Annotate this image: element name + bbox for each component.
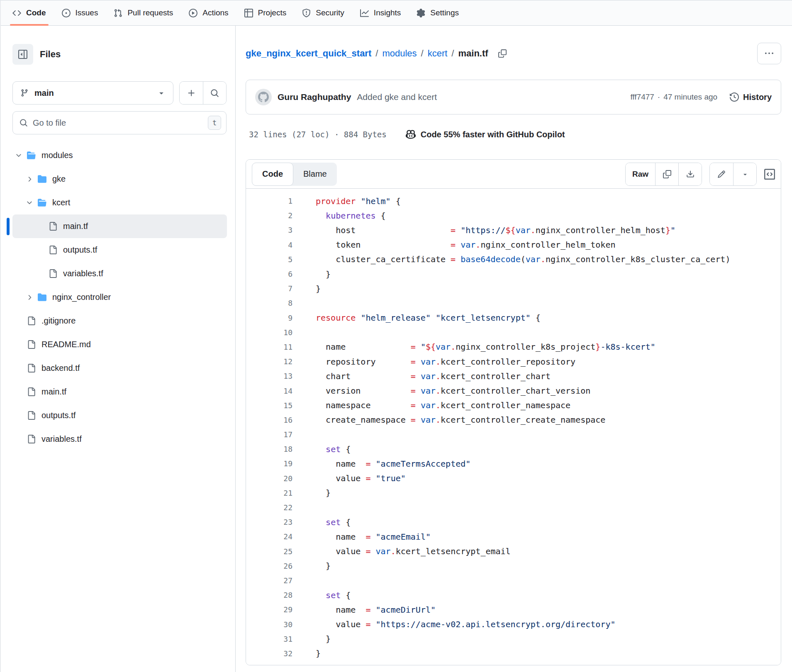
tab-settings[interactable]: Settings <box>411 0 465 25</box>
breadcrumb-repo-link[interactable]: gke_nginx_kcert_quick_start <box>246 48 371 59</box>
caret-icon <box>157 89 166 97</box>
tab-projects[interactable]: Projects <box>239 0 292 25</box>
raw-button[interactable]: Raw <box>626 163 655 185</box>
line-number[interactable]: 12 <box>246 357 292 366</box>
tab-pull-requests[interactable]: Pull requests <box>108 0 179 25</box>
code-line: 32} <box>246 646 781 661</box>
tab-code[interactable]: Code <box>7 0 52 25</box>
copilot-banner[interactable]: Code 55% faster with GitHub Copilot <box>406 129 565 139</box>
breadcrumb-link-kcert[interactable]: kcert <box>428 48 448 59</box>
file-tree-item-gke[interactable]: gke <box>12 167 227 191</box>
line-number[interactable]: 16 <box>246 416 292 424</box>
avatar[interactable] <box>255 89 272 105</box>
line-number[interactable]: 3 <box>246 226 292 234</box>
repo-tab-nav: CodeIssuesPull requestsActionsProjectsSe… <box>1 0 792 26</box>
file-tree-item-main.tf[interactable]: main.tf <box>12 214 227 238</box>
go-to-file-input[interactable] <box>33 118 203 128</box>
add-file-button[interactable] <box>180 82 203 104</box>
search-code-button[interactable] <box>203 82 226 104</box>
edit-button-group <box>709 163 757 186</box>
code-line-content: set { <box>292 517 351 527</box>
line-number[interactable]: 29 <box>246 605 292 614</box>
line-number[interactable]: 8 <box>246 299 292 307</box>
breadcrumb-link-modules[interactable]: modules <box>382 48 417 59</box>
tab-blame[interactable]: Blame <box>293 163 337 186</box>
branch-selector[interactable]: main <box>12 81 173 105</box>
line-number[interactable]: 21 <box>246 489 292 497</box>
line-number[interactable]: 7 <box>246 284 292 293</box>
tab-insights[interactable]: Insights <box>354 0 407 25</box>
collapse-sidebar-button[interactable] <box>12 44 33 65</box>
tab-issues[interactable]: Issues <box>56 0 104 25</box>
file-tree-item-modules[interactable]: modules <box>12 144 227 167</box>
tab-security[interactable]: Security <box>296 0 350 25</box>
line-number[interactable]: 1 <box>246 197 292 205</box>
more-options-button[interactable] <box>757 43 781 64</box>
tab-label: Issues <box>76 8 98 17</box>
line-number[interactable]: 25 <box>246 547 292 556</box>
line-number[interactable]: 32 <box>246 649 292 658</box>
line-number[interactable]: 2 <box>246 211 292 220</box>
line-number[interactable]: 23 <box>246 518 292 526</box>
code-content: 1provider "helm" {2 kubernetes {3 host =… <box>246 189 781 665</box>
file-tree-item-main.tf[interactable]: main.tf <box>12 380 227 404</box>
file-tree-item-outputs.tf[interactable]: outputs.tf <box>12 238 227 262</box>
file-icon-slot <box>46 222 59 231</box>
code-line: 12 repository = var.kcert_controller_rep… <box>246 354 781 369</box>
page-layout: Files main t modulesgkekcertmain.tfoutpu… <box>1 26 792 672</box>
line-number[interactable]: 5 <box>246 255 292 264</box>
line-number[interactable]: 17 <box>246 430 292 439</box>
commit-author[interactable]: Guru Raghupathy <box>278 92 351 102</box>
line-number[interactable]: 20 <box>246 474 292 483</box>
history-link[interactable]: History <box>730 93 772 102</box>
line-number[interactable]: 4 <box>246 241 292 249</box>
code-line: 20 value = "true" <box>246 471 781 486</box>
file-tree-item-README.md[interactable]: README.md <box>12 333 227 356</box>
tab-actions[interactable]: Actions <box>183 0 234 25</box>
line-number[interactable]: 18 <box>246 445 292 453</box>
file-tree-item-backend.tf[interactable]: backend.tf <box>12 356 227 380</box>
line-number[interactable]: 9 <box>246 314 292 322</box>
code-line-content: name = "${var.nginx_controller_k8s_proje… <box>292 342 656 352</box>
download-button[interactable] <box>678 163 702 185</box>
file-tree-item-label: backend.tf <box>41 363 80 373</box>
file-icon <box>27 317 36 325</box>
line-number[interactable]: 19 <box>246 459 292 468</box>
symbols-button[interactable] <box>764 169 775 180</box>
chevright-icon <box>26 175 33 183</box>
edit-button[interactable] <box>710 163 733 185</box>
line-number[interactable]: 10 <box>246 328 292 337</box>
code-line-content: value = var.kcert_letsencrypt_email <box>292 546 511 556</box>
line-number[interactable]: 30 <box>246 620 292 629</box>
file-tree-item-kcert[interactable]: kcert <box>12 191 227 214</box>
line-number[interactable]: 28 <box>246 591 292 599</box>
edit-menu-button[interactable] <box>733 163 756 185</box>
file-tree-item-variables.tf[interactable]: variables.tf <box>12 262 227 285</box>
kebab-icon <box>765 49 773 58</box>
tab-code[interactable]: Code <box>252 163 293 186</box>
file-tree-item-variables.tf[interactable]: variables.tf <box>12 427 227 451</box>
copy-raw-button[interactable] <box>655 163 678 185</box>
line-number[interactable]: 13 <box>246 372 292 380</box>
line-number[interactable]: 31 <box>246 635 292 643</box>
line-number[interactable]: 26 <box>246 562 292 570</box>
table-icon <box>244 9 253 17</box>
line-number[interactable]: 14 <box>246 387 292 395</box>
line-number[interactable]: 15 <box>246 401 292 410</box>
file-tree-item-nginx_controller[interactable]: nginx_controller <box>12 285 227 309</box>
folder-icon-slot <box>36 175 48 183</box>
copy-path-button[interactable] <box>498 49 507 58</box>
line-number[interactable]: 22 <box>246 503 292 512</box>
code-line-content: } <box>292 561 331 571</box>
file-tree-item-outputs.tf[interactable]: outputs.tf <box>12 404 227 427</box>
branch-name: main <box>34 88 54 98</box>
line-number[interactable]: 6 <box>246 270 292 278</box>
panel-icon <box>18 50 27 59</box>
line-number[interactable]: 27 <box>246 576 292 585</box>
line-number[interactable]: 24 <box>246 532 292 541</box>
line-number[interactable]: 11 <box>246 343 292 351</box>
commit-sha: fff7477 <box>630 93 654 102</box>
commit-message[interactable]: Added gke and kcert <box>357 92 437 102</box>
file-icon <box>49 269 57 278</box>
file-tree-item-.gitignore[interactable]: .gitignore <box>12 309 227 333</box>
